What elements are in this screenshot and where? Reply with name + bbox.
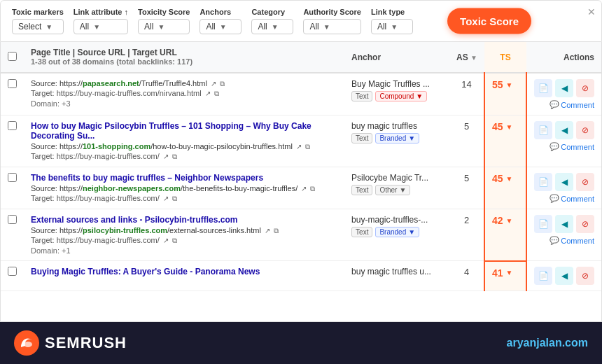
comment-icon: 💬 <box>550 100 559 109</box>
copy-button[interactable]: 📄 <box>534 215 552 233</box>
copy-link-icon[interactable]: ⧉ <box>274 227 279 234</box>
footer-domain: aryanjalan.com <box>507 337 589 349</box>
page-cell: External sources and links - Psilocybin-… <box>24 209 344 261</box>
page-cell: Buying Magic Truffles: A Buyer's Guide -… <box>24 261 344 291</box>
copy-link-icon[interactable]: ⧉ <box>172 195 177 202</box>
link-type-label: Link type <box>371 8 413 16</box>
comment-button[interactable]: 💬 Comment <box>550 100 594 109</box>
send-button[interactable]: ◀ <box>555 267 573 285</box>
chevron-down-icon: ▼ <box>408 134 415 142</box>
footer: SEMRUSH aryanjalan.com <box>0 322 602 364</box>
select-all-checkbox[interactable] <box>8 52 17 61</box>
send-button[interactable]: ◀ <box>555 79 573 97</box>
chevron-down-icon: ▼ <box>506 269 513 276</box>
anchors-filter: Anchors All ▼ <box>200 8 241 34</box>
comment-button[interactable]: 💬 Comment <box>550 194 594 203</box>
table-container: Page Title | Source URL | Target URL 1-3… <box>0 42 602 322</box>
page-cell: The benefits to buy magic truffles – Nei… <box>24 167 344 209</box>
external-link-icon[interactable]: ↗ <box>265 227 270 234</box>
block-button[interactable]: ⊘ <box>576 267 594 285</box>
link-type-filter: Link type All ▼ <box>371 8 413 34</box>
anchor-cell: buy-magic-truffles-... Text Branded ▼ <box>344 209 449 261</box>
anchor-cell: buy magic truffles Text Branded ▼ <box>344 115 449 167</box>
actions-cell: 📄 ◀ ⊘ 💬 Comment <box>526 167 601 209</box>
ts-value: 45 ▼ <box>484 167 526 209</box>
row-checkbox[interactable] <box>8 79 17 88</box>
external-link-icon[interactable]: ↗ <box>163 237 169 244</box>
actions-cell: 📄 ◀ ⊘ 💬 Comment <box>526 115 601 167</box>
ts-value: 42 ▼ <box>484 209 526 261</box>
backlinks-table: Page Title | Source URL | Target URL 1-3… <box>1 42 601 291</box>
comment-button[interactable]: 💬 Comment <box>550 142 594 151</box>
category-select[interactable]: All ▼ <box>251 19 293 34</box>
comment-icon: 💬 <box>550 142 559 151</box>
copy-link-icon[interactable]: ⧉ <box>172 153 177 160</box>
anchors-select[interactable]: All ▼ <box>200 19 241 34</box>
table-row: Source: https://papasearch.net/Truffle/T… <box>1 73 601 115</box>
chevron-down-icon: ▼ <box>46 23 52 31</box>
external-link-icon[interactable]: ↗ <box>163 195 169 202</box>
anchors-label: Anchors <box>200 8 241 16</box>
toxicity-score-select[interactable]: All ▼ <box>138 19 190 34</box>
anchor-cell: Buy Magic Truffles ... Text Compound ▼ <box>344 73 449 115</box>
link-type-select[interactable]: All ▼ <box>371 19 413 34</box>
anchor-other-tag[interactable]: Other ▼ <box>375 185 410 195</box>
external-link-icon[interactable]: ↗ <box>296 143 302 150</box>
link-attribute-select[interactable]: All ▼ <box>74 19 128 34</box>
external-link-icon[interactable]: ↗ <box>301 185 307 192</box>
actions-cell: 📄 ◀ ⊘ <box>526 261 601 291</box>
send-button[interactable]: ◀ <box>555 215 573 233</box>
copy-link-icon[interactable]: ⧉ <box>172 237 177 244</box>
actions-cell: 📄 ◀ ⊘ 💬 Comment <box>526 209 601 261</box>
category-label: Category <box>251 8 293 16</box>
select-all-header[interactable] <box>1 42 24 73</box>
link-attribute-filter: Link attribute ↑ All ▼ <box>74 8 128 34</box>
block-button[interactable]: ⊘ <box>576 173 594 191</box>
toxic-score-badge: Toxic Score <box>447 8 531 34</box>
as-value: 14 <box>449 73 484 115</box>
sort-down-icon[interactable]: ▼ <box>470 54 477 62</box>
external-link-icon[interactable]: ↗ <box>205 90 211 97</box>
ts-value: 41 ▼ <box>484 261 526 291</box>
as-value: 5 <box>449 167 484 209</box>
row-checkbox[interactable] <box>8 267 17 276</box>
chevron-down-icon: ▼ <box>158 23 164 31</box>
ts-column-header: TS <box>484 42 526 73</box>
row-checkbox[interactable] <box>8 173 17 182</box>
anchor-cell: Psilocybe Magic Tr... Text Other ▼ <box>344 167 449 209</box>
row-checkbox[interactable] <box>8 121 17 130</box>
anchor-branded-tag[interactable]: Branded ▼ <box>375 133 419 144</box>
toxic-markers-select[interactable]: Select ▼ <box>12 19 64 34</box>
copy-link-icon[interactable]: ⧉ <box>214 90 219 97</box>
send-button[interactable]: ◀ <box>555 121 573 139</box>
copy-button[interactable]: 📄 <box>534 121 552 139</box>
copy-button[interactable]: 📄 <box>534 173 552 191</box>
anchor-type-tag: Text <box>351 133 372 144</box>
send-button[interactable]: ◀ <box>555 173 573 191</box>
as-value: 5 <box>449 115 484 167</box>
copy-link-icon[interactable]: ⧉ <box>305 143 310 150</box>
comment-button[interactable]: 💬 Comment <box>550 236 594 245</box>
copy-button[interactable]: 📄 <box>534 79 552 97</box>
close-icon[interactable]: ✕ <box>587 6 596 18</box>
block-button[interactable]: ⊘ <box>576 215 594 233</box>
copy-link-icon[interactable]: ⧉ <box>220 80 225 88</box>
toxicity-score-label: Toxicity Score <box>138 8 190 16</box>
anchor-compound-tag[interactable]: Compound ▼ <box>375 91 427 102</box>
chevron-down-icon: ▼ <box>408 228 415 236</box>
anchor-branded-tag[interactable]: Branded ▼ <box>375 227 419 237</box>
copy-button[interactable]: 📄 <box>534 267 552 285</box>
block-button[interactable]: ⊘ <box>576 79 594 97</box>
row-checkbox[interactable] <box>8 215 17 224</box>
actions-cell: 📄 ◀ ⊘ 💬 Comment <box>526 73 601 115</box>
authority-score-select[interactable]: All ▼ <box>303 19 361 34</box>
external-link-icon[interactable]: ↗ <box>211 80 216 88</box>
block-button[interactable]: ⊘ <box>576 121 594 139</box>
as-column-header: AS ▼ <box>449 42 484 73</box>
authority-score-label: Authority Score <box>303 8 361 16</box>
toxic-markers-label: Toxic markers <box>12 8 64 16</box>
copy-link-icon[interactable]: ⧉ <box>310 185 315 192</box>
anchor-type-tag: Text <box>351 227 372 237</box>
as-value: 2 <box>449 209 484 261</box>
external-link-icon[interactable]: ↗ <box>163 153 169 160</box>
